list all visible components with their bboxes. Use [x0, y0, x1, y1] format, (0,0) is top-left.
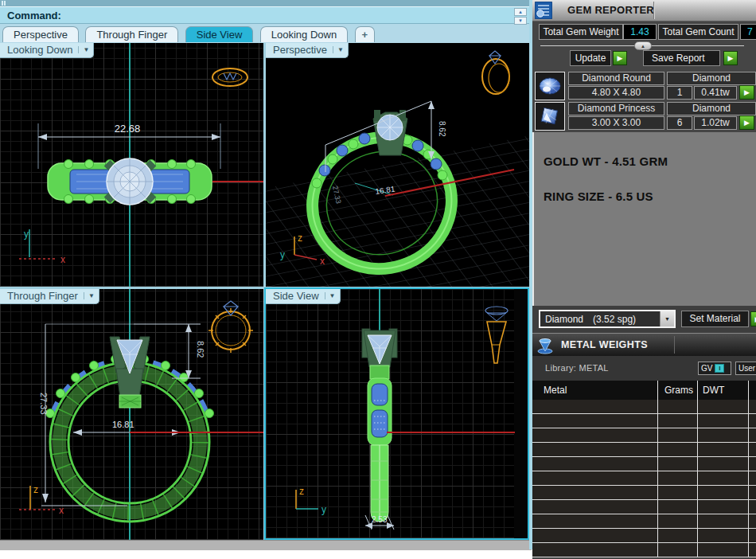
axis-indicator: y x	[19, 229, 65, 265]
gem-reporter-header[interactable]: GEM REPORTER	[532, 0, 756, 22]
library-label: Library: METAL	[545, 363, 609, 373]
column-header-metal[interactable]: Metal	[532, 381, 658, 400]
perspective-drawing: 8.62 27.33 16.81 z y x	[266, 43, 529, 287]
gem-row-princess[interactable]: Diamond Princess Diamond 3.00 X 3.00 6 1…	[535, 102, 756, 131]
tab-perspective[interactable]: Perspective	[2, 26, 79, 42]
go-arrow-icon: ▶	[728, 54, 734, 62]
svg-text:z: z	[299, 486, 304, 497]
report-info-area: GOLD WT - 4.51 GRM RING SIZE - 6.5 US	[532, 132, 756, 306]
gv-toggle-indicator: I	[715, 364, 724, 373]
viewport-through-finger[interactable]: 8.62 27.33 16.81 z x	[0, 289, 263, 540]
viewport-region: 22.68	[0, 43, 529, 540]
update-button[interactable]: Update	[570, 50, 611, 66]
dropdown-arrow-icon: ▼	[660, 311, 674, 326]
round-gem-icon	[536, 72, 564, 100]
panel-title: GEM REPORTER	[567, 4, 654, 16]
metal-table-row[interactable]	[532, 514, 756, 529]
ring-preview-icon	[485, 307, 508, 363]
viewport-dropdown-icon: ▼	[333, 46, 344, 53]
metal-table-row[interactable]	[532, 486, 756, 500]
viewport-looking-down[interactable]: 22.68	[0, 43, 263, 287]
svg-text:x: x	[320, 256, 325, 267]
add-tab-button[interactable]: +	[355, 26, 376, 42]
side-view-drawing: 2.53 z y	[266, 289, 528, 538]
metal-weights-header[interactable]: METAL WEIGHTS	[532, 333, 756, 358]
tab-side-view[interactable]: Side View	[185, 26, 254, 42]
material-row: Diamond (3.52 spg) ▼ Set Material ▶	[532, 306, 756, 333]
viewport-tab-bar: Perspective Through Finger Side View Loo…	[0, 24, 529, 43]
gem-name: Diamond Round	[568, 72, 664, 85]
grip-handle[interactable]	[2, 1, 3, 6]
spinner-down-button[interactable]: ▼	[514, 17, 527, 25]
svg-text:y: y	[24, 229, 29, 240]
ring-preview-icon	[208, 301, 253, 353]
gem-total-weight: 0.41tw	[694, 86, 737, 100]
gem-size: 3.00 X 3.00	[568, 116, 664, 130]
user-toggle-button[interactable]: User	[735, 362, 756, 375]
total-gem-count-label: Total Gem Count	[658, 24, 738, 40]
viewport-margin	[514, 289, 528, 538]
svg-text:z: z	[298, 233, 302, 244]
metal-table-row[interactable]	[532, 543, 756, 557]
metal-table-row[interactable]	[532, 471, 756, 486]
spinner-up-button[interactable]: ▲	[514, 8, 527, 16]
library-row: Library: METAL GV I User	[532, 356, 756, 381]
viewport-label-looking-down[interactable]: Looking Down ▼	[0, 43, 94, 58]
collapse-button[interactable]: ▲	[634, 41, 652, 50]
svg-text:y: y	[280, 249, 285, 260]
through-finger-drawing: 8.62 27.33 16.81 z x	[0, 289, 263, 540]
gem-total-weight: 1.02tw	[694, 116, 737, 130]
ring-size-text: RING SIZE - 6.5 US	[544, 190, 653, 203]
collapse-arrow-icon: ▲	[641, 44, 645, 49]
metal-table-row[interactable]	[532, 428, 756, 443]
viewport-label-through-finger[interactable]: Through Finger ▼	[0, 289, 99, 304]
go-arrow-icon: ▶	[744, 119, 750, 127]
total-gem-weight-value: 1.43	[623, 24, 657, 40]
viewport-dropdown-icon: ▼	[325, 292, 336, 299]
save-report-button[interactable]: Save Report	[643, 50, 720, 66]
tab-scroll-spinners: ▲ ▼	[514, 8, 527, 25]
gem-row-go-button[interactable]: ▶	[739, 85, 754, 100]
update-go-button[interactable]: ▶	[613, 51, 627, 65]
metal-table-row[interactable]	[532, 414, 756, 428]
header-divider	[674, 336, 675, 354]
set-material-button[interactable]: Set Material	[681, 311, 749, 327]
tab-through-finger[interactable]: Through Finger	[85, 26, 178, 42]
metal-table-row[interactable]	[532, 500, 756, 514]
set-material-go-button[interactable]: ▶	[750, 311, 756, 326]
column-header-grams[interactable]: Grams	[658, 381, 698, 400]
metal-table-row[interactable]	[532, 400, 756, 414]
viewport-label-perspective[interactable]: Perspective ▼	[266, 43, 349, 58]
metal-table-row[interactable]	[532, 457, 756, 471]
column-header-dwt[interactable]: DWT	[698, 381, 749, 400]
viewport-dropdown-icon: ▼	[78, 46, 89, 53]
gem-material: Diamond	[667, 72, 756, 85]
ring-preview-icon	[212, 68, 247, 86]
viewport-label-side-view[interactable]: Side View ▼	[266, 289, 341, 304]
axis-indicator: z x	[19, 484, 64, 516]
section-title: METAL WEIGHTS	[561, 339, 648, 350]
gem-count: 6	[667, 116, 692, 130]
gem-reporter-panel: GEM REPORTER Total Gem Weight 1.43 Total…	[532, 0, 756, 559]
gem-row-round[interactable]: Diamond Round Diamond 4.80 X 4.80 1 0.41…	[535, 72, 756, 100]
save-report-go-button[interactable]: ▶	[723, 51, 738, 65]
svg-text:27.33: 27.33	[39, 393, 49, 415]
metal-table-row[interactable]	[532, 443, 756, 457]
ring-preview-icon	[482, 51, 509, 94]
command-bar[interactable]: Command:	[0, 6, 529, 24]
jewelry-cad-window: Command: Perspective Through Finger Side…	[0, 0, 756, 559]
gv-toggle-button[interactable]: GV I	[698, 362, 731, 375]
metal-table-row[interactable]	[532, 529, 756, 543]
svg-text:y: y	[321, 504, 326, 515]
tab-looking-down[interactable]: Looking Down	[260, 26, 348, 42]
ring-top-view-model	[48, 158, 212, 205]
svg-text:8.62: 8.62	[196, 341, 205, 358]
material-dropdown[interactable]: Diamond (3.52 spg) ▼	[539, 310, 676, 328]
viewport-dropdown-icon: ▼	[84, 292, 95, 299]
gem-row-go-button[interactable]: ▶	[739, 115, 754, 130]
command-label: Command:	[7, 10, 61, 22]
viewport-perspective[interactable]: 8.62 27.33 16.81 z y x	[266, 43, 529, 287]
viewport-side-view[interactable]: 2.53 z y Side View ▼	[264, 287, 529, 540]
metal-table-body	[532, 400, 756, 557]
svg-text:z: z	[33, 484, 38, 495]
